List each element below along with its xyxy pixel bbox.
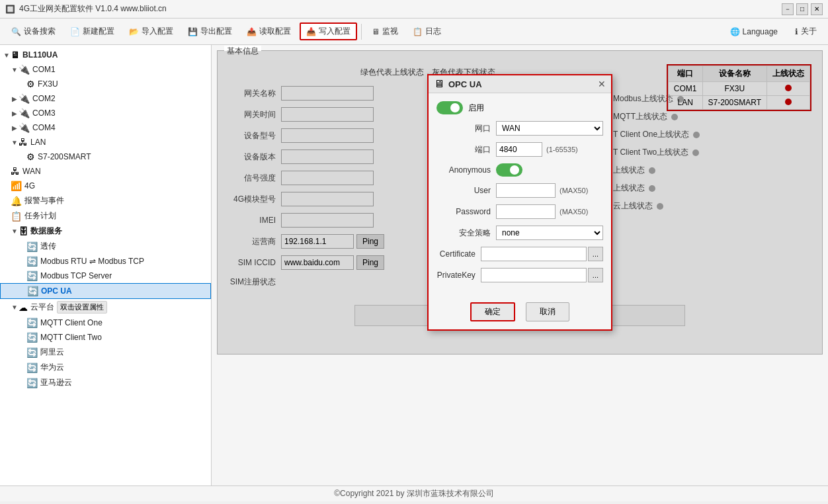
com4-expand-icon[interactable]: ▶ bbox=[11, 124, 19, 132]
task-icon: 📋 bbox=[11, 211, 22, 222]
enable-toggle[interactable] bbox=[436, 101, 463, 114]
sidebar-item-com4[interactable]: ▶ 🔌 COM4 bbox=[0, 120, 211, 135]
sidebar-item-modbus-tcp[interactable]: 🔄 Modbus TCP Server bbox=[0, 269, 211, 283]
certificate-browse-button[interactable]: ... bbox=[588, 247, 603, 261]
sidebar-item-alarm[interactable]: 🔔 报警与事件 bbox=[0, 193, 211, 208]
sidebar-item-modbus-rtu[interactable]: 🔄 Modbus RTU ⇌ Modbus TCP bbox=[0, 254, 211, 269]
sidebar: ▼ 🖥 BL110UA ▼ 🔌 COM1 ⚙ FX3U ▶ 🔌 COM2 ▶ 🔌… bbox=[0, 45, 212, 485]
dialog-anonymous-control bbox=[496, 163, 603, 177]
root-expand-icon[interactable]: ▼ bbox=[3, 51, 11, 59]
read-icon: 📤 bbox=[247, 27, 257, 36]
language-button[interactable]: 🌐 Language bbox=[724, 24, 784, 39]
privatekey-browse-button[interactable]: ... bbox=[588, 268, 603, 282]
info-icon: ℹ bbox=[795, 27, 798, 36]
content-area: 基本信息 绿色代表上线状态，灰色代表下线状态 网关名称 网关时间 bbox=[212, 45, 828, 485]
log-button[interactable]: 📋 日志 bbox=[407, 23, 447, 40]
dialog-icon: 🖥 bbox=[434, 78, 444, 90]
search-button[interactable]: 🔍 设备搜索 bbox=[5, 23, 62, 40]
passthrough-label: 透传 bbox=[40, 241, 56, 252]
dataservice-expand-icon[interactable]: ▼ bbox=[11, 228, 19, 235]
sidebar-item-huawei[interactable]: 🔄 华为云 bbox=[0, 360, 211, 375]
search-icon: 🔍 bbox=[11, 27, 21, 36]
modbus-tcp-label: Modbus TCP Server bbox=[40, 271, 112, 280]
port-input[interactable] bbox=[496, 142, 542, 157]
new-config-icon: 📄 bbox=[70, 27, 80, 36]
title-bar-controls[interactable]: － □ ✕ bbox=[782, 3, 823, 15]
cancel-button[interactable]: 取消 bbox=[526, 302, 569, 321]
sidebar-item-lan[interactable]: ▼ 🖧 LAN bbox=[0, 135, 211, 149]
dialog-body: 启用 网口 WAN LAN bbox=[429, 93, 611, 297]
dataservice-label: 数据服务 bbox=[30, 226, 62, 237]
sidebar-item-s7200smart[interactable]: ⚙ S7-200SMART bbox=[0, 149, 211, 164]
dialog-footer: 确定 取消 bbox=[429, 297, 611, 329]
network-select[interactable]: WAN LAN bbox=[496, 121, 603, 136]
sidebar-item-4g[interactable]: 📶 4G bbox=[0, 179, 211, 193]
sidebar-item-fx3u[interactable]: ⚙ FX3U bbox=[0, 77, 211, 91]
maximize-button[interactable]: □ bbox=[796, 3, 808, 15]
4g-label: 4G bbox=[24, 181, 35, 190]
sidebar-item-cloud[interactable]: ▼ ☁ 云平台 双击设置属性 bbox=[0, 299, 211, 315]
device-icon: 🖥 bbox=[11, 50, 20, 60]
dialog-privatekey-label: PrivateKey bbox=[436, 271, 481, 280]
sidebar-item-aliyun[interactable]: 🔄 阿里云 bbox=[0, 345, 211, 360]
dialog-titlebar: 🖥 OPC UA ✕ bbox=[429, 75, 611, 93]
about-button[interactable]: ℹ 关于 bbox=[789, 23, 823, 40]
com1-expand-icon[interactable]: ▼ bbox=[11, 65, 19, 73]
dialog-anonymous-row: Anonymous bbox=[436, 163, 603, 177]
close-button[interactable]: ✕ bbox=[811, 3, 823, 15]
cloud-icon: ☁ bbox=[19, 302, 28, 313]
sidebar-item-com3[interactable]: ▶ 🔌 COM3 bbox=[0, 106, 211, 120]
cloud-badge[interactable]: 双击设置属性 bbox=[57, 301, 107, 314]
aliyun-icon: 🔄 bbox=[26, 347, 38, 358]
user-input[interactable] bbox=[496, 183, 556, 198]
sidebar-item-com1[interactable]: ▼ 🔌 COM1 bbox=[0, 62, 211, 77]
enable-label: 启用 bbox=[468, 103, 484, 114]
password-input[interactable] bbox=[496, 204, 556, 219]
sidebar-item-amazon[interactable]: 🔄 亚马逊云 bbox=[0, 375, 211, 390]
cloud-expand-icon[interactable]: ▼ bbox=[11, 304, 19, 312]
write-config-button[interactable]: 📥 写入配置 bbox=[300, 22, 357, 40]
passthrough-icon: 🔄 bbox=[26, 241, 38, 252]
new-config-button[interactable]: 📄 新建配置 bbox=[64, 23, 120, 40]
sidebar-item-mqtt-one[interactable]: 🔄 MQTT Client One bbox=[0, 315, 211, 330]
app-icon: 🔲 bbox=[5, 5, 15, 14]
sidebar-item-dataservice[interactable]: ▼ 🗄 数据服务 bbox=[0, 224, 211, 239]
modbus-rtu-icon: 🔄 bbox=[26, 256, 38, 267]
sidebar-root[interactable]: ▼ 🖥 BL110UA bbox=[0, 48, 211, 62]
read-config-button[interactable]: 📤 读取配置 bbox=[241, 23, 297, 40]
dialog-security-control: none Basic128Rsa15 Basic256 bbox=[496, 226, 603, 240]
dialog-close-button[interactable]: ✕ bbox=[598, 79, 606, 89]
privatekey-input[interactable] bbox=[481, 268, 587, 282]
com4-icon: 🔌 bbox=[19, 122, 30, 133]
wan-label: WAN bbox=[22, 167, 41, 176]
com1-icon: 🔌 bbox=[19, 64, 30, 75]
lan-expand-icon[interactable]: ▼ bbox=[11, 138, 19, 146]
dialog-title: OPC UA bbox=[448, 79, 482, 89]
com2-expand-icon[interactable]: ▶ bbox=[11, 95, 19, 103]
sidebar-item-task[interactable]: 📋 任务计划 bbox=[0, 208, 211, 224]
enable-row: 启用 bbox=[436, 101, 603, 114]
monitor-button[interactable]: 🖥 监视 bbox=[366, 23, 404, 40]
sidebar-item-passthrough[interactable]: 🔄 透传 bbox=[0, 239, 211, 254]
anonymous-toggle[interactable] bbox=[496, 163, 522, 177]
dialog-privatekey-row: PrivateKey ... bbox=[436, 268, 603, 282]
lan-label: LAN bbox=[30, 138, 46, 147]
sidebar-item-com2[interactable]: ▶ 🔌 COM2 bbox=[0, 91, 211, 106]
sidebar-item-wan[interactable]: 🖧 WAN bbox=[0, 164, 211, 179]
modbus-tcp-icon: 🔄 bbox=[26, 271, 38, 281]
dialog-security-label: 安全策略 bbox=[436, 228, 496, 239]
export-config-button[interactable]: 💾 导出配置 bbox=[182, 23, 238, 40]
app-title: 4G工业网关配置软件 V1.0.4 www.bliiot.cn bbox=[19, 3, 167, 15]
certificate-input[interactable] bbox=[481, 247, 587, 261]
title-bar-left: 🔲 4G工业网关配置软件 V1.0.4 www.bliiot.cn bbox=[5, 3, 167, 15]
minimize-button[interactable]: － bbox=[782, 3, 794, 15]
lan-icon: 🖧 bbox=[19, 137, 28, 147]
com3-expand-icon[interactable]: ▶ bbox=[11, 109, 19, 117]
sidebar-item-opc-ua[interactable]: 🔄 OPC UA bbox=[0, 283, 211, 299]
sidebar-item-mqtt-two[interactable]: 🔄 MQTT Client Two bbox=[0, 330, 211, 345]
wan-icon: 🖧 bbox=[11, 166, 20, 177]
confirm-button[interactable]: 确定 bbox=[470, 302, 515, 321]
com4-label: COM4 bbox=[32, 123, 56, 132]
security-select[interactable]: none Basic128Rsa15 Basic256 bbox=[496, 226, 603, 240]
import-config-button[interactable]: 📂 导入配置 bbox=[123, 23, 179, 40]
